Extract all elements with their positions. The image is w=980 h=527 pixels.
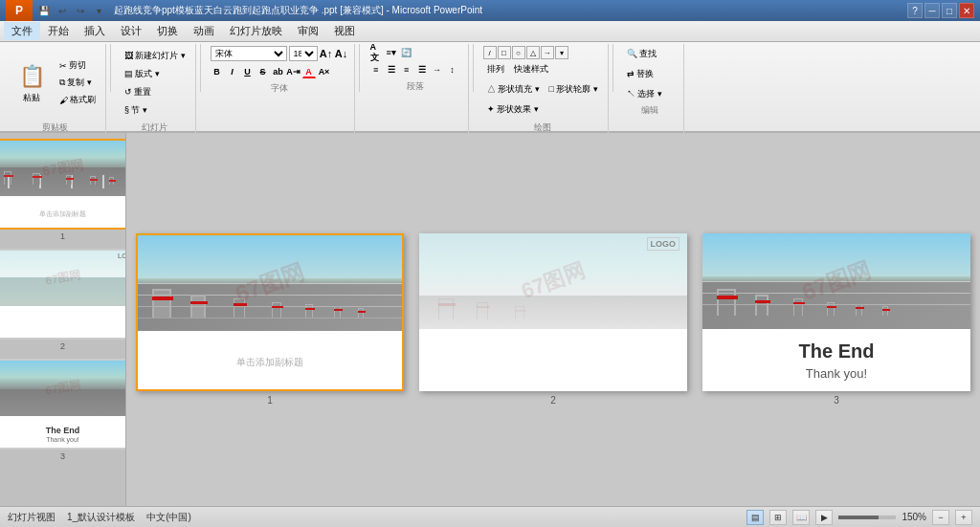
separator-4 (473, 44, 474, 92)
align-text-button[interactable]: ≡▾ (385, 46, 398, 59)
cut-button[interactable]: ✂ 剪切 (56, 57, 100, 74)
reset-button[interactable]: ↺ 重置 (121, 84, 189, 100)
slide-thumb-container-2: LOGO 67图网 2 (4, 249, 122, 351)
shape-arrow[interactable]: → (541, 46, 554, 59)
format-painter-label: 格式刷 (70, 94, 96, 106)
undo-qat-button[interactable]: ↩ (55, 3, 70, 18)
slide3-end-title: The End (799, 340, 875, 362)
shape-fill-button[interactable]: △ 形状填充 ▾ (483, 81, 544, 98)
shape-fill-row: △ 形状填充 ▾ □ 形状轮廓 ▾ (483, 81, 602, 98)
slide-thumbnail-3[interactable]: 67图网 The End Thank you! (0, 359, 126, 450)
maximize-button[interactable]: □ (942, 3, 957, 18)
zoom-in-button[interactable]: + (955, 510, 972, 525)
main-area: 67图网 单击添加副标题 1 LOGO 67图网 (0, 133, 980, 506)
drawing-btns-row: 排列 快速样式 (483, 61, 602, 77)
editing-label: 编辑 (623, 104, 678, 117)
save-qat-button[interactable]: 💾 (36, 3, 52, 18)
menu-view[interactable]: 视图 (326, 22, 363, 40)
shape-effect-button[interactable]: ✦ 形状效果 ▾ (483, 101, 543, 118)
slide-thumbnail-1[interactable]: 67图网 单击添加副标题 (0, 139, 126, 230)
menu-insert[interactable]: 插入 (77, 22, 113, 40)
slide-sorter-button[interactable]: ⊞ (769, 510, 787, 525)
align-center-button[interactable]: ☰ (385, 63, 398, 77)
slide-main-2: LOGO 67图网 (419, 233, 687, 406)
clear-format-button[interactable]: A× (318, 65, 331, 78)
text-direction-button[interactable]: A文 (369, 46, 383, 59)
layout-label: 版式 ▾ (135, 68, 160, 80)
help-button[interactable]: ? (907, 3, 923, 18)
shape-outline-button[interactable]: □ 形状轮廓 ▾ (546, 81, 602, 98)
reset-label: 重置 (134, 86, 151, 99)
align-right-button[interactable]: ≡ (400, 63, 413, 77)
reset-icon: ↺ (124, 87, 132, 97)
underline-button[interactable]: U (241, 65, 255, 78)
italic-button[interactable]: I (226, 65, 239, 78)
normal-view-button[interactable]: ▤ (746, 510, 764, 525)
menu-review[interactable]: 审阅 (290, 22, 326, 40)
layout-button[interactable]: ▤ 版式 ▾ (121, 66, 189, 82)
bold-button[interactable]: B (211, 65, 224, 78)
ribbon-content: 📋 粘贴 ✂ 剪切 ⧉ 复制 ▾ 🖌 格式刷 (0, 42, 980, 138)
menu-design[interactable]: 设计 (113, 22, 149, 40)
paste-button[interactable]: 📋 粘贴 (10, 56, 54, 110)
convert-smartart-button[interactable]: 🔄 (400, 46, 413, 59)
font-family-select[interactable]: 宋体 (211, 46, 287, 61)
slide-thumbnail-2[interactable]: LOGO 67图网 (0, 249, 126, 340)
redo-qat-button[interactable]: ↪ (73, 3, 88, 18)
strikethrough-button[interactable]: S (256, 65, 270, 78)
justify-button[interactable]: ☰ (415, 63, 429, 77)
slides-panel: 67图网 单击添加副标题 1 LOGO 67图网 (0, 133, 126, 506)
shape-line[interactable]: / (483, 46, 497, 59)
line-spacing-button[interactable]: ↕ (446, 63, 459, 77)
menu-slideshow[interactable]: 幻灯片放映 (222, 22, 290, 40)
font-controls-row2: B I U S ab A⇥ A A× (211, 65, 348, 78)
new-slide-button[interactable]: 🖼 新建幻灯片 ▾ (121, 48, 189, 64)
menu-transition[interactable]: 切换 (149, 22, 186, 40)
slides-grid: 67图网 单击添加副标题 1 LOGO (136, 233, 970, 406)
decrease-font-button[interactable]: A↓ (335, 47, 348, 60)
shape-circle[interactable]: ○ (512, 46, 525, 59)
status-bar-right: ▤ ⊞ 📖 ▶ 150% − + (746, 510, 972, 525)
shape-triangle[interactable]: △ (526, 46, 540, 59)
format-painter-button[interactable]: 🖌 格式刷 (56, 92, 100, 108)
zoom-out-button[interactable]: − (932, 510, 949, 525)
menu-animation[interactable]: 动画 (186, 22, 222, 40)
slide3-end-subtitle: Thank you! (806, 366, 867, 381)
close-button[interactable]: ✕ (959, 3, 974, 18)
ribbon-group-paragraph: A文 ≡▾ 🔄 ≡ ☰ ≡ ☰ → ↕ 段落 (364, 44, 469, 136)
slideshow-view-button[interactable]: ▶ (815, 510, 833, 525)
zoom-slider[interactable] (838, 516, 896, 519)
select-button[interactable]: ↖ 选择 ▾ (623, 86, 678, 102)
section-button[interactable]: § 节 ▾ (121, 102, 189, 119)
office-button[interactable]: P (6, 0, 33, 21)
status-bar-left: 幻灯片视图 1_默认设计模板 中文(中国) (8, 511, 191, 524)
menu-home[interactable]: 开始 (40, 22, 77, 40)
minimize-button[interactable]: ─ (924, 3, 940, 18)
language-status: 中文(中国) (146, 511, 191, 524)
ribbon-group-clipboard: 📋 粘贴 ✂ 剪切 ⧉ 复制 ▾ 🖌 格式刷 (4, 44, 106, 136)
menu-file[interactable]: 文件 (4, 22, 40, 40)
shape-rect[interactable]: □ (498, 46, 511, 59)
slide-frame-1[interactable]: 67图网 单击添加副标题 (136, 233, 404, 391)
slide-frame-3[interactable]: 67图网 The End Thank you! (702, 233, 970, 391)
font-label: 字体 (211, 82, 348, 95)
copy-button[interactable]: ⧉ 复制 ▾ (56, 75, 100, 91)
char-spacing-button[interactable]: A⇥ (287, 65, 301, 78)
align-left-button[interactable]: ≡ (369, 63, 383, 77)
reading-view-button[interactable]: 📖 (792, 510, 810, 525)
indent-button[interactable]: → (431, 63, 444, 77)
font-size-select[interactable]: 18 (289, 46, 318, 61)
quick-styles-button[interactable]: 快速样式 (510, 61, 552, 77)
slide1-thumb-subtitle: 单击添加副标题 (39, 209, 86, 219)
clipboard-small-btns: ✂ 剪切 ⧉ 复制 ▾ 🖌 格式刷 (56, 57, 100, 108)
shadow-button[interactable]: ab (272, 65, 285, 78)
replace-button[interactable]: ⇄ 替换 (623, 66, 678, 82)
find-button[interactable]: 🔍 查找 (623, 46, 678, 62)
increase-font-button[interactable]: A↑ (320, 47, 333, 60)
slide-thumb-number-1: 1 (60, 231, 65, 241)
qat-dropdown-button[interactable]: ▾ (91, 3, 106, 18)
font-color-button[interactable]: A (302, 65, 316, 78)
slide-frame-2[interactable]: LOGO 67图网 (419, 233, 687, 391)
shape-more[interactable]: ▾ (555, 46, 568, 59)
arrange-button[interactable]: 排列 (483, 61, 508, 77)
